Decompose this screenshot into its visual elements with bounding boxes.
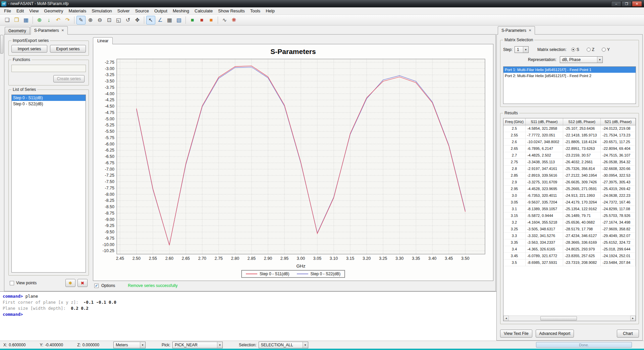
matrix-radio-z[interactable]: Z: [587, 47, 594, 52]
table-row[interactable]: 3.15-5.5872, 0.9444-26.1489, 79.71-25.57…: [503, 212, 636, 219]
pan-button[interactable]: ✥: [133, 16, 142, 24]
tab-close-icon[interactable]: ✕: [61, 29, 64, 32]
table-row[interactable]: 3.35-3.563, 334.2337-28.3665, 336.6169-2…: [503, 239, 636, 246]
menu-output[interactable]: Output: [152, 7, 170, 14]
table-row[interactable]: 2.5-4.5854, 321.2858-25.107, 253.6436-24…: [503, 125, 636, 132]
series-tool-button[interactable]: ✱: [65, 279, 75, 287]
representation-combo[interactable]: dB, Phase ▾: [560, 56, 603, 63]
scroll-right-icon[interactable]: ►: [630, 316, 636, 321]
import-geometry-button[interactable]: ⊕: [35, 16, 44, 24]
grid-button[interactable]: ▦: [165, 16, 174, 24]
view-points-checkbox[interactable]: [10, 281, 14, 285]
table-row[interactable]: 3.45-6.0789, 321.6772-23.8355, 257.625-2…: [503, 252, 636, 259]
export-geometry-button[interactable]: ↓: [44, 16, 53, 24]
maximize-button[interactable]: ❐: [622, 1, 632, 7]
tab-close-icon[interactable]: ✕: [529, 29, 531, 32]
menu-simulation[interactable]: Simulation: [89, 7, 115, 14]
table-row[interactable]: 2.75-3.3438, 355.113-26.4032, 2.2661-26.…: [503, 159, 636, 165]
horizontal-scrollbar[interactable]: ◄ ►: [503, 315, 636, 321]
table-row[interactable]: 2.85-2.8919, 339.5616-27.2122, 340.1954-…: [503, 172, 636, 179]
results-column-header[interactable]: S21 (dB, Phase): [601, 118, 636, 125]
chart-button[interactable]: Chart: [617, 330, 639, 338]
solid-view-button[interactable]: ■: [188, 16, 197, 24]
results-column-header[interactable]: S12 (dB, Phase): [563, 118, 601, 125]
view-cube-button[interactable]: ▧: [174, 16, 183, 24]
menu-edit[interactable]: Edit: [14, 7, 26, 14]
menu-source[interactable]: Source: [132, 7, 152, 14]
panel-expand-handle[interactable]: [0, 35, 3, 54]
menu-calculate[interactable]: Calculate: [192, 7, 215, 14]
table-row[interactable]: 3.5-8.6985, 327.5931-23.7319, 208.9082-2…: [503, 259, 636, 266]
series-list-item[interactable]: Step 0 - S11(dB): [12, 95, 86, 101]
table-row[interactable]: 2.7-4.4825, 2.502-23.2159, 30.57-24.7515…: [503, 152, 636, 159]
table-row[interactable]: 3.4-4.365, 326.6165-24.8025, 293.979-25.…: [503, 246, 636, 252]
new-file-button[interactable]: ❏: [3, 16, 12, 24]
menu-file[interactable]: File: [1, 7, 14, 14]
command-console[interactable]: command> planeFirst corner of plane [x y…: [0, 291, 496, 341]
curve-tool-button[interactable]: ∿: [220, 16, 229, 24]
advanced-report-button[interactable]: Advanced Report: [536, 330, 574, 338]
mesh-view-button[interactable]: ■: [207, 16, 216, 24]
table-row[interactable]: 3.0-6.7353, 320.4011-24.913, 221.1993-24…: [503, 192, 636, 199]
step-combo[interactable]: 1 ▾: [515, 46, 529, 53]
options-checkbox[interactable]: ✔: [94, 284, 99, 288]
tab-s-parameters[interactable]: S-Parameters✕: [31, 26, 68, 35]
vertex-snap-button[interactable]: ∠: [156, 16, 165, 24]
series-list-item[interactable]: Step 0 - S22(dB): [12, 101, 86, 107]
undo-button[interactable]: ↶: [54, 16, 63, 24]
menu-geometry[interactable]: Geometry: [41, 7, 66, 14]
tab-sparameters-right[interactable]: S-Parameters ✕: [498, 26, 535, 35]
scroll-left-icon[interactable]: ◄: [503, 316, 509, 321]
select-button[interactable]: ↖: [146, 16, 155, 24]
redo-button[interactable]: ↷: [63, 16, 72, 24]
table-row[interactable]: 2.65-6.7895, 6.2147-22.8951, 73.6263-22.…: [503, 145, 636, 152]
zoom-window-button[interactable]: ⊡: [105, 16, 114, 24]
menu-materials[interactable]: Materials: [66, 7, 89, 14]
units-combo[interactable]: Meters ▾: [113, 342, 146, 348]
rotate-view-button[interactable]: ↺: [123, 16, 132, 24]
close-button[interactable]: ✕: [632, 1, 642, 7]
results-column-header[interactable]: S11 (dB, Phase): [525, 118, 563, 125]
delete-series-button[interactable]: ✖: [77, 279, 88, 287]
table-row[interactable]: 3.2-4.1604, 355.5218-25.6536, 40.0682-27…: [503, 219, 636, 226]
table-row[interactable]: 3.3-3.332, 341.5276-27.4234, 346.6127-29…: [503, 232, 636, 239]
scrollbar-track[interactable]: [509, 316, 630, 321]
matrix-radio-s[interactable]: S: [571, 47, 579, 52]
table-row[interactable]: 3.1-8.1389, 359.1057-25.1354, 122.9162-2…: [503, 206, 636, 212]
tab-linear[interactable]: Linear: [93, 37, 113, 44]
edit-button[interactable]: ✎: [76, 16, 86, 24]
table-row[interactable]: 2.8-2.9197, 347.4161-25.7326, 356.814-32…: [503, 165, 636, 172]
zoom-fit-button[interactable]: ◱: [114, 16, 123, 24]
create-series-button[interactable]: Create series: [53, 75, 85, 82]
port-list-item[interactable]: Port 1: Multi-Filar Helix [id545121f7] -…: [503, 67, 636, 73]
export-series-button[interactable]: Export series: [50, 45, 86, 53]
pick-combo[interactable]: PICK_NEAR ▾: [172, 342, 223, 348]
scrollbar-thumb[interactable]: [540, 316, 577, 320]
debug-button[interactable]: ❋: [229, 16, 238, 24]
zoom-in-button[interactable]: ⊕: [86, 16, 95, 24]
selection-combo[interactable]: SELECTION_ALL ▾: [259, 342, 308, 348]
tab-geometry[interactable]: Geometry: [5, 27, 30, 34]
menu-show-results[interactable]: Show Results: [215, 7, 247, 14]
minimize-button[interactable]: –: [611, 1, 621, 7]
shaded-view-button[interactable]: ■: [197, 16, 206, 24]
menu-tools[interactable]: Tools: [248, 7, 263, 14]
save-button[interactable]: ▦: [21, 16, 31, 24]
function-input[interactable]: [11, 65, 86, 72]
matrix-radio-y[interactable]: Y: [602, 47, 610, 52]
menu-help[interactable]: Help: [263, 7, 277, 14]
menu-meshing[interactable]: Meshing: [170, 7, 192, 14]
results-column-header[interactable]: Freq (GHz): [503, 118, 525, 125]
table-row[interactable]: 2.95-4.4528, 323.9695-25.2665, 271.0591-…: [503, 185, 636, 192]
table-row[interactable]: 2.6-10.0247, 348.8002-21.8805, 118.4124-…: [503, 138, 636, 145]
open-file-button[interactable]: ❒: [12, 16, 21, 24]
table-row[interactable]: 3.25-3.505, 348.6317-28.5179, 17.798-27.…: [503, 226, 636, 232]
menu-view[interactable]: View: [26, 7, 41, 14]
table-row[interactable]: 2.9-3.3275, 331.6709-26.6635, 309.7426-2…: [503, 179, 636, 185]
port-list-item[interactable]: Port 2: Multi-Filar Helix [id545121f7] -…: [503, 73, 636, 79]
zoom-out-button[interactable]: ⊖: [95, 16, 104, 24]
table-row[interactable]: 2.55-7.7772, 320.051-22.1418, 185.9713-2…: [503, 132, 636, 138]
menu-solver[interactable]: Solver: [115, 7, 132, 14]
import-series-button[interactable]: Import series: [11, 45, 47, 53]
view-text-file-button[interactable]: View Text File: [500, 330, 532, 338]
